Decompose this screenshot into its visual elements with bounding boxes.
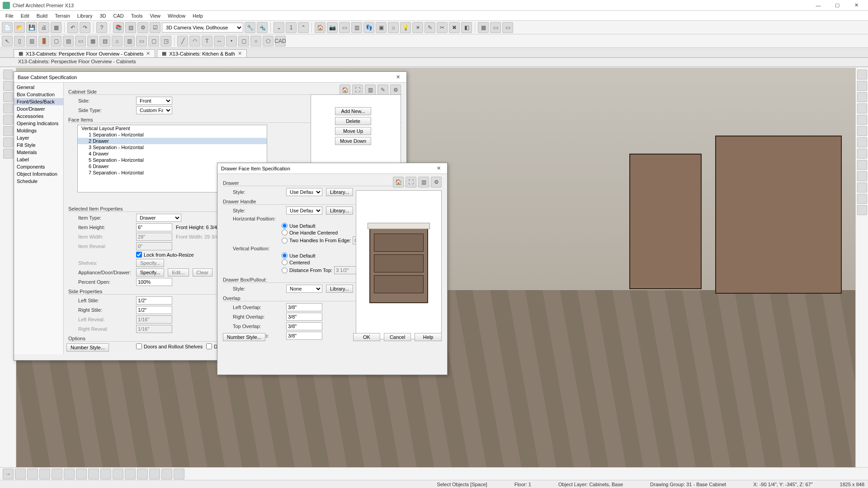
cancel-icon[interactable]: ✖ — [449, 22, 460, 33]
cabinet-icon[interactable]: ▤ — [63, 36, 74, 47]
preview-expand-icon[interactable]: ⛶ — [352, 84, 363, 95]
bt13-icon[interactable] — [161, 469, 172, 479]
bottom-overlap-input[interactable] — [286, 332, 322, 340]
nav-opening-indicators[interactable]: Opening Indicators — [14, 120, 63, 127]
layout-icon[interactable]: ▦ — [51, 22, 61, 33]
maximize-button[interactable]: ▢ — [828, 1, 846, 10]
nav-fill-style[interactable]: Fill Style — [14, 141, 63, 149]
bt14-icon[interactable] — [174, 469, 184, 479]
box-library-button[interactable]: Library... — [326, 285, 353, 293]
box-style-select[interactable]: None — [286, 285, 322, 293]
zoom-out-icon[interactable] — [857, 81, 867, 91]
arc-icon[interactable]: ◠ — [189, 36, 200, 47]
nav-object-info[interactable]: Object Information — [14, 170, 63, 178]
save-icon[interactable]: 💾 — [26, 22, 37, 33]
menu-tools[interactable]: Tools — [127, 12, 146, 19]
tree-item[interactable]: 1 Separation - Horizontal — [78, 131, 267, 138]
tree-item[interactable]: 5 Separation - Horizontal — [78, 157, 267, 163]
slab-icon[interactable]: ▭ — [136, 36, 147, 47]
orbit-icon[interactable] — [857, 115, 867, 125]
new-icon[interactable]: 📄 — [2, 22, 13, 33]
erase-icon[interactable]: ◧ — [461, 22, 472, 33]
window-icon[interactable]: ▢ — [51, 36, 61, 47]
view-g-icon[interactable] — [857, 194, 867, 204]
preview-expand-icon[interactable]: ⛶ — [406, 177, 416, 188]
preview-house-icon[interactable]: 🏠 — [393, 177, 404, 188]
top-overlap-input[interactable] — [286, 322, 322, 330]
open-icon[interactable]: 📂 — [14, 22, 25, 33]
dim-icon[interactable]: ↔ — [214, 36, 225, 47]
camera-view-select[interactable]: 3D Camera View, Dollhouse — [162, 23, 243, 33]
view-b-icon[interactable] — [857, 137, 867, 147]
menu-edit[interactable]: Edit — [17, 12, 33, 19]
tree-item[interactable]: 4 Drawer — [78, 150, 267, 157]
dialog-titlebar[interactable]: Base Cabinet Specification ✕ — [14, 72, 406, 83]
hpos-two-edge-radio[interactable] — [282, 238, 288, 244]
paint-icon[interactable]: ✂ — [437, 22, 448, 33]
cross-section-icon[interactable]: ▥ — [351, 22, 362, 33]
dialog-close-icon[interactable]: ✕ — [434, 165, 443, 171]
bt11-icon[interactable] — [137, 469, 148, 479]
menu-library[interactable]: Library — [74, 12, 96, 19]
menu-cad[interactable]: CAD — [109, 12, 127, 19]
bt9-icon[interactable] — [113, 469, 123, 479]
tool5-icon[interactable] — [3, 115, 13, 125]
dialog-close-icon[interactable]: ✕ — [393, 74, 403, 80]
hpos-default-radio[interactable] — [282, 223, 288, 229]
cancel-button[interactable]: Cancel — [384, 333, 411, 341]
nav-moldings[interactable]: Moldings — [14, 127, 63, 134]
sun-icon[interactable]: ☀ — [412, 22, 423, 33]
bt10-icon[interactable] — [125, 469, 136, 479]
rect-icon[interactable]: ▢ — [238, 36, 249, 47]
bt4-icon[interactable] — [52, 469, 62, 479]
menu-3d[interactable]: 3D — [96, 12, 109, 19]
side-select[interactable]: Front — [136, 97, 172, 105]
preview-side-icon[interactable]: ▥ — [418, 177, 429, 188]
tool6-icon[interactable] — [3, 126, 13, 136]
pan-icon[interactable] — [857, 103, 867, 113]
undo-icon[interactable]: ↶ — [67, 22, 78, 33]
fit-icon[interactable] — [857, 92, 867, 102]
preferences-icon[interactable]: ☑ — [150, 22, 160, 33]
3dbox-icon[interactable]: ◳ — [160, 36, 171, 47]
side-type-select[interactable]: Custom Face — [136, 106, 172, 114]
right-stile-input[interactable] — [136, 306, 172, 314]
cursor-icon[interactable] — [3, 70, 13, 80]
text-icon[interactable]: T — [202, 36, 212, 47]
wrench-icon[interactable]: 🔩 — [257, 22, 268, 33]
nav-door-drawer[interactable]: Door/Drawer — [14, 105, 63, 113]
tool8-icon[interactable] — [3, 149, 13, 159]
delete-button[interactable]: Delete — [335, 117, 371, 125]
nav-label[interactable]: Label — [14, 156, 63, 163]
up-icon[interactable]: ⌃ — [298, 22, 309, 33]
eyedrop-icon[interactable]: ✎ — [425, 22, 435, 33]
tree-item[interactable]: 3 Separation - Horizontal — [78, 144, 267, 150]
bt3-icon[interactable] — [39, 469, 50, 479]
preview-house-icon[interactable]: 🏠 — [340, 84, 350, 95]
tool2-icon[interactable] — [3, 81, 13, 91]
nav-schedule[interactable]: Schedule — [14, 178, 63, 185]
left-stile-input[interactable] — [136, 296, 172, 305]
view2-icon[interactable]: ▭ — [502, 22, 513, 33]
percent-open-input[interactable] — [136, 278, 172, 286]
box-icon[interactable]: ▢ — [148, 36, 159, 47]
floor-1-icon[interactable]: 1 — [286, 22, 297, 33]
soffit-icon[interactable]: ▭ — [75, 36, 86, 47]
view-e-icon[interactable] — [857, 171, 867, 181]
bt7-icon[interactable] — [88, 469, 99, 479]
edit-view-icon[interactable]: 🔧 — [245, 22, 255, 33]
dollhouse-icon[interactable]: ⌂ — [388, 22, 399, 33]
point-icon[interactable]: • — [226, 36, 237, 47]
menu-terrain[interactable]: Terrain — [51, 12, 74, 19]
print-icon[interactable]: 🖨 — [38, 22, 49, 33]
tab-close-icon[interactable]: ✕ — [238, 51, 242, 56]
stairs-icon[interactable]: ▤ — [99, 36, 110, 47]
help-button[interactable]: Help — [415, 333, 442, 341]
menu-build[interactable]: Build — [33, 12, 51, 19]
tree-parent[interactable]: Vertical Layout Parent — [78, 125, 267, 131]
polygon-icon[interactable]: ⬠ — [263, 36, 274, 47]
view-h-icon[interactable] — [857, 205, 867, 215]
menu-window[interactable]: Window — [164, 12, 189, 19]
handle-library-button[interactable]: Library... — [326, 206, 353, 215]
elevation-icon[interactable]: ▭ — [339, 22, 350, 33]
